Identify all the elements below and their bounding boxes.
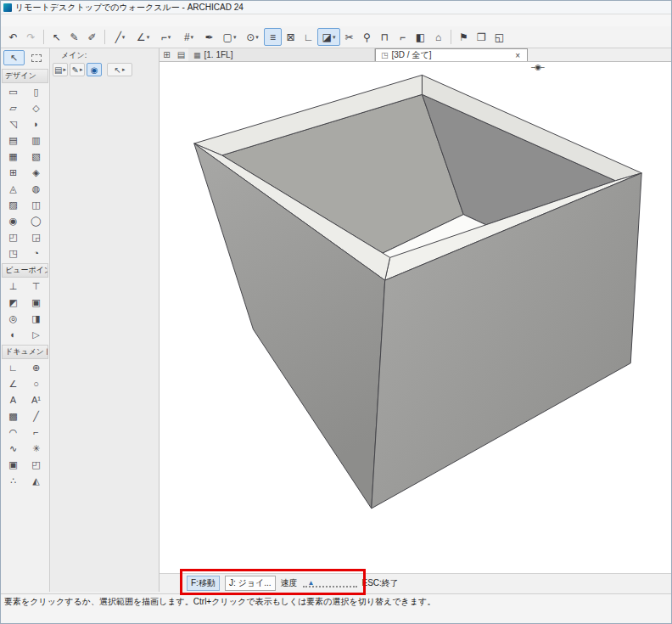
section-tool[interactable]: ⊥	[3, 278, 25, 295]
measure-button[interactable]: ∟	[300, 28, 317, 46]
window-title: リモートデスクトップでのウォークスルー - ARCHICAD 24	[15, 2, 244, 14]
tab-floor-plan[interactable]: ▦ [1. 1FL]	[188, 48, 375, 61]
polyline-tool[interactable]: ⌐	[25, 424, 48, 441]
door-tool[interactable]: ▧	[25, 149, 48, 165]
pick-parameters-button[interactable]: ✎	[65, 28, 83, 46]
dimension-tool[interactable]: ∟	[3, 360, 25, 376]
radial-dimension-tool[interactable]: ○	[25, 376, 48, 392]
walkthrough-tool[interactable]: ▷	[25, 327, 48, 343]
walk-move-key[interactable]: F:移動	[187, 576, 220, 591]
stair-tool[interactable]: ▤	[3, 132, 25, 149]
skylight-tool[interactable]: ◈	[25, 165, 48, 181]
default-arrow-button[interactable]: ↖	[107, 63, 132, 76]
drawing-tool[interactable]: ◰	[25, 457, 48, 473]
zone-tool-icon: ◍	[32, 184, 41, 194]
marquee-tool-button-icon	[31, 54, 42, 62]
design-tool-21-icon: ◳	[8, 249, 17, 258]
tab-close-icon[interactable]: ×	[513, 51, 522, 60]
redo-button[interactable]: ↷	[22, 28, 40, 46]
arrow-tool-button[interactable]: ↖	[3, 50, 25, 65]
spline-tool[interactable]: ∿	[3, 441, 25, 457]
morph-tool[interactable]: ◬	[3, 181, 25, 197]
home-story-button[interactable]: ⌂	[429, 28, 447, 46]
window-tool[interactable]: ⊞	[3, 165, 25, 181]
drawings-button[interactable]: ❐	[473, 28, 490, 46]
worksheet-tool[interactable]: ▣	[25, 295, 48, 311]
camera-window-button[interactable]: ◧	[412, 28, 429, 46]
walk-mode-button[interactable]: ◉	[87, 63, 102, 76]
tab-3d-all[interactable]: ◳ [3D / 全て] ×	[375, 48, 528, 61]
3d-style-button[interactable]: ◪	[317, 28, 340, 46]
beam-tool[interactable]: ▱	[3, 100, 25, 116]
marker-button[interactable]: ▢	[218, 28, 241, 46]
speed-slider[interactable]: ▲	[303, 579, 357, 587]
3d-viewport[interactable]: –◉–	[160, 62, 671, 573]
arc-tool[interactable]: ◠	[3, 424, 25, 441]
level-dimension-tool[interactable]: ⊕	[25, 360, 48, 376]
design-tool-21[interactable]: ◳	[3, 245, 25, 261]
favorites-button[interactable]: ▤	[53, 63, 68, 76]
popup-navigator-button[interactable]: ▤	[174, 48, 188, 61]
hotspot-tool[interactable]: ✳	[25, 441, 48, 457]
design-tool-19[interactable]: ◰	[3, 229, 25, 245]
zone-tool[interactable]: ◍	[25, 181, 48, 197]
camera-tool[interactable]: ◐	[3, 327, 25, 343]
column-tool[interactable]: ▯	[25, 84, 48, 100]
lamp-tool[interactable]: ◉	[3, 213, 25, 229]
3d-document-tool[interactable]: ◨	[25, 311, 48, 327]
toolbox-section-viewpoint[interactable]: ビューポイント	[2, 263, 48, 278]
revision-tool[interactable]: ◭	[25, 473, 48, 489]
angle-dimension-tool[interactable]: ∠	[3, 376, 25, 392]
marquee-tool-button[interactable]	[26, 50, 48, 65]
wall-tool[interactable]: ▭	[3, 84, 25, 100]
design-tool-22[interactable]: ◔	[25, 245, 48, 261]
object-tool[interactable]: ◫	[25, 197, 48, 213]
layers-button[interactable]: ≡	[264, 28, 282, 46]
filter-button[interactable]: ⊠	[282, 28, 300, 46]
arrow-check-button[interactable]: ↖	[48, 28, 65, 46]
curtain-wall-tool[interactable]: ▦	[3, 149, 25, 165]
quad-view-button[interactable]: ⊞	[160, 48, 174, 61]
title-bar: リモートデスクトップでのウォークスルー - ARCHICAD 24	[1, 1, 672, 14]
default-arrow-button-icon: ↖	[115, 65, 121, 75]
interior-elevation-tool[interactable]: ◩	[3, 295, 25, 311]
speed-slider-thumb[interactable]: ▲	[308, 580, 315, 587]
mesh-tool[interactable]: ▨	[3, 197, 25, 213]
section-display-button[interactable]: ⊓	[376, 28, 394, 46]
dimension-tool-icon: ∟	[8, 363, 18, 373]
walk-joystick-button[interactable]: J: ジョイ...	[225, 576, 276, 591]
snap-guides-button[interactable]: ∠	[132, 28, 154, 46]
detail-tool[interactable]: ◎	[3, 311, 25, 327]
railing-tool[interactable]: ▥	[25, 132, 48, 149]
orientation-button[interactable]: ⌐	[394, 28, 412, 46]
lock-button[interactable]: ⊙	[241, 28, 264, 46]
guide-lines-button[interactable]: ╱	[109, 28, 132, 46]
slab-tool[interactable]: ◇	[25, 100, 48, 116]
figure-tool[interactable]: ▣	[3, 457, 25, 473]
cut-button[interactable]: ✂	[340, 28, 358, 46]
fill-tool[interactable]: ▩	[3, 408, 25, 424]
zoom-button[interactable]: ⚲	[358, 28, 376, 46]
point-cloud-tool[interactable]: ∴	[3, 473, 25, 489]
opening-tool[interactable]: ◯	[25, 213, 48, 229]
gravity-button[interactable]: ✒	[200, 28, 218, 46]
pen-set-button[interactable]: ✎	[70, 63, 85, 76]
roof-tool[interactable]: ◹	[3, 116, 25, 132]
navigator-button[interactable]: ◱	[490, 28, 508, 46]
flag-button[interactable]: ⚑	[455, 28, 473, 46]
toolbar-separator	[43, 30, 44, 44]
line-tool[interactable]: ╱	[25, 408, 48, 424]
text-tool[interactable]: A	[3, 392, 25, 408]
label-tool[interactable]: A¹	[25, 392, 48, 408]
shell-tool[interactable]: ◗	[25, 116, 48, 132]
eye-icon[interactable]: –◉–	[531, 63, 544, 71]
transfer-parameters-button[interactable]: ✐	[83, 28, 101, 46]
design-tool-20[interactable]: ◲	[25, 229, 48, 245]
elevation-tool[interactable]: ⊤	[25, 278, 48, 295]
toolbox-section-design[interactable]: デザイン	[2, 69, 48, 83]
edit-plane-button[interactable]: ⌐	[154, 28, 177, 46]
undo-button[interactable]: ↶	[4, 28, 22, 46]
grid-snap-button[interactable]: #	[177, 28, 200, 46]
viewport-canvas[interactable]	[160, 62, 671, 573]
toolbox-section-document[interactable]: ドキュメント	[2, 345, 48, 359]
